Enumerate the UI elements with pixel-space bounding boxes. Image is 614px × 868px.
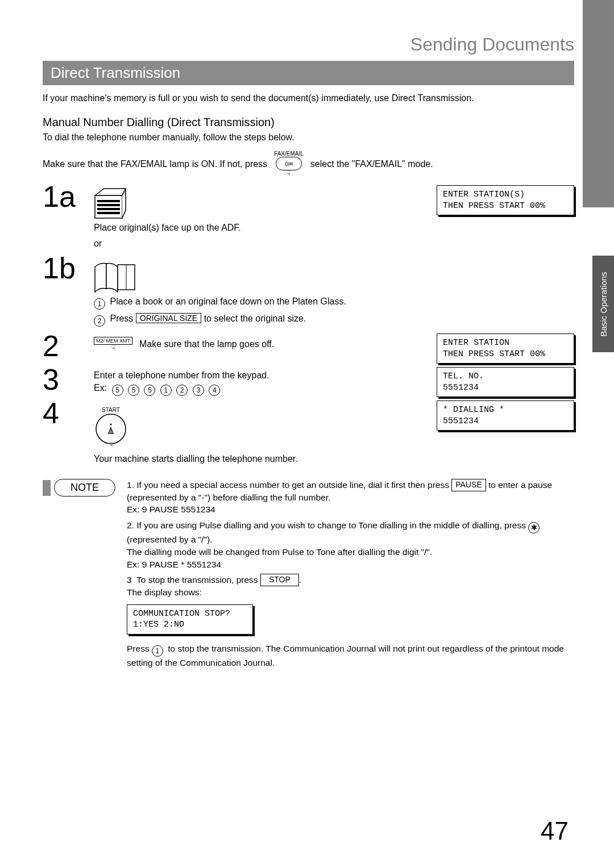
stop-key: STOP (260, 574, 299, 586)
svg-point-7 (96, 414, 126, 444)
text: The display shows: (127, 587, 202, 597)
svg-rect-1 (97, 200, 120, 202)
note-section: NOTE 1. If you need a special access num… (43, 479, 574, 669)
instruction-line: To dial the telephone number manually, f… (43, 132, 574, 143)
step-1b: 1b (43, 253, 574, 293)
step-number: 2 (43, 331, 82, 361)
svg-text:☟: ☟ (109, 441, 113, 449)
digit-key: 3 (193, 385, 204, 396)
note-tick-icon (43, 480, 51, 496)
lcd-display: * DIALLING * 5551234 (437, 400, 574, 431)
lcd-display: COMMUNICATION STOP? 1:YES 2:NO (127, 604, 253, 635)
step-4-text: Your machine starts dialling the telepho… (94, 454, 574, 464)
right-margin-bar (583, 0, 614, 207)
digit-key: 4 (209, 385, 220, 396)
oval-button-icon: ⎙✉ (276, 157, 302, 170)
text: Press (127, 644, 152, 653)
note-pill: NOTE (54, 479, 115, 496)
digit-key: 5 (128, 385, 139, 396)
step-1b-item2: 2 Press ORIGINAL SIZE to select the orig… (94, 313, 574, 327)
text: Ex: 9 PAUSE * 5551234 (127, 560, 221, 569)
svg-rect-4 (97, 212, 120, 214)
text: To stop the transmission, press (136, 575, 260, 585)
lcd-display: TEL. NO. 5551234 (437, 367, 574, 397)
text: Enter a telephone number from the keypad… (94, 370, 425, 381)
chapter-title: Sending Documents (43, 34, 574, 55)
page-number: 47 (541, 817, 569, 845)
text: select the "FAX/EMAIL" mode. (310, 159, 433, 169)
step-3: 3 Enter a telephone number from the keyp… (43, 365, 574, 397)
mem-xmt-button-icon: M2/ MEM XMT ☟ (94, 337, 132, 352)
or-text: or (94, 239, 574, 249)
pause-key: PAUSE (451, 479, 486, 491)
adf-document-icon (94, 187, 425, 219)
circled-1-icon: 1 (94, 298, 105, 310)
finger-icon: ☟ (287, 169, 291, 177)
step-number: 1b (43, 253, 82, 283)
side-tab-label: Basic Operations (599, 272, 608, 336)
fax-email-label: FAX/EMAIL (274, 151, 304, 157)
text: Ex: 9 PAUSE 5551234 (127, 504, 215, 514)
step-4: 4 START ☟ * DIALLING * 5551234 (43, 398, 574, 449)
star-key-icon: ✱ (528, 522, 540, 533)
text: to stop the transmission. The Communicat… (127, 644, 564, 667)
side-tab: Basic Operations (592, 256, 614, 352)
intro-text: If your machine's memory is full or you … (43, 93, 574, 103)
circled-2-icon: 2 (94, 315, 105, 327)
digit-key: 2 (176, 385, 188, 396)
lcd-display: ENTER STATION THEN PRESS START 00% (437, 333, 574, 364)
text: Make sure that the FAX/EMAIL lamp is ON.… (43, 159, 267, 169)
text: If you are using Pulse dialling and you … (136, 520, 528, 530)
finger-icon: ☟ (111, 344, 115, 352)
open-book-icon (94, 259, 574, 293)
note-body: 1. If you need a special access number t… (127, 479, 574, 669)
text: Place a book or an original face down on… (110, 297, 346, 306)
subheading: Manual Number Dialling (Direct Transmiss… (43, 116, 574, 129)
step-number: 3 (43, 365, 82, 394)
step-number: 1a (43, 182, 82, 211)
circled-1-icon: 1 (152, 645, 163, 657)
step-1b-item1: 1 Place a book or an original face down … (94, 297, 574, 310)
text: The dialling mode will be changed from P… (127, 547, 432, 557)
step-2: 2 M2/ MEM XMT ☟ Make sure that the lamp … (43, 331, 574, 364)
digit-key: 5 (112, 385, 123, 396)
start-button-icon: START ☟ (94, 407, 128, 449)
start-label: START (102, 407, 120, 413)
fax-mode-line: Make sure that the FAX/EMAIL lamp is ON.… (43, 151, 574, 177)
step-number: 4 (43, 398, 82, 428)
text: (represented by a "/"). (127, 535, 213, 544)
digit-key: 1 (160, 385, 172, 396)
svg-rect-3 (97, 208, 120, 210)
step-1a: 1a ENTER STATION(S) THEN PRESS START 00% (43, 182, 574, 219)
text: Make sure that the lamp goes off. (139, 339, 274, 349)
text: If you need a special access number to g… (136, 480, 451, 490)
note-label-wrap: NOTE (43, 479, 115, 669)
section-heading: Direct Transmission (43, 61, 574, 85)
svg-rect-0 (95, 195, 122, 218)
lcd-display: ENTER STATION(S) THEN PRESS START 00% (437, 185, 574, 215)
svg-rect-2 (97, 204, 120, 206)
text: Press (110, 314, 135, 323)
ex-label: Ex: (94, 383, 107, 393)
fax-email-button-icon: FAX/EMAIL ⎙✉ ☟ (274, 151, 304, 177)
step-1a-text: Place original(s) face up on the ADF. (94, 223, 574, 233)
original-size-key: ORIGINAL SIZE (136, 313, 201, 323)
text: . (299, 575, 301, 585)
page-content: Sending Documents Direct Transmission If… (0, 0, 614, 669)
digit-key: 5 (144, 385, 155, 396)
svg-point-8 (110, 423, 111, 425)
text: to select the original size. (201, 314, 306, 323)
